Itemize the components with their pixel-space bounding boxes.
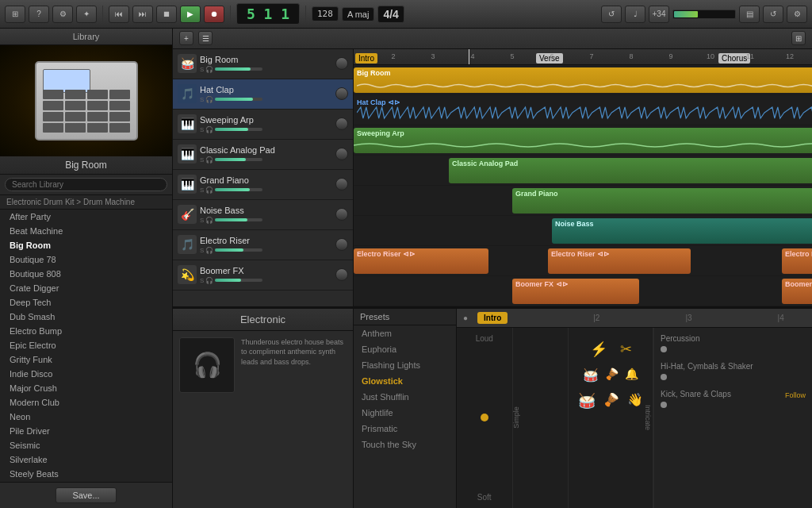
preset-flashinglights[interactable]: Flashing Lights <box>354 357 456 373</box>
arr-clip-sweepingarp-main[interactable]: Sweeping Arp <box>354 128 812 153</box>
metronome-btn[interactable]: ♩ <box>625 6 645 23</box>
plugin-btn[interactable]: ⚙ <box>787 6 807 23</box>
rewind-btn[interactable]: ⏮ <box>109 6 129 23</box>
arr-clip-electroriser-1[interactable]: Electro Riser ⊲⊳ <box>354 248 488 274</box>
arr-clip-electroriser-3[interactable]: Electro Riser ⊲⊳ <box>782 248 812 274</box>
track-row-noisebass[interactable]: 🎸 Noise Bass S 🎧 <box>173 200 353 230</box>
library-item[interactable]: Beat Machine <box>0 224 172 238</box>
library-item[interactable]: Dub Smash <box>0 310 172 324</box>
preset-glowstick[interactable]: Glowstick <box>354 373 456 389</box>
play-btn[interactable]: ▶ <box>180 6 201 23</box>
library-item[interactable]: Boutique 78 <box>0 252 172 267</box>
track-headphone-icon-8[interactable]: 🎧 <box>205 277 213 284</box>
track-knob-analogpad[interactable] <box>335 148 348 160</box>
preset-touchthesky[interactable]: Touch the Sky <box>354 437 456 452</box>
library-item[interactable]: Deep Tech <box>0 295 172 310</box>
undo-btn[interactable]: ↺ <box>763 6 783 23</box>
library-item[interactable]: Crate Digger <box>0 281 172 295</box>
arr-clip-noisebass-main[interactable]: Noise Bass <box>552 218 812 244</box>
toolbar-settings-btn[interactable]: ⚙ <box>52 6 73 23</box>
library-item-bigroom[interactable]: Big Room <box>0 238 172 252</box>
preset-euphoria[interactable]: Euphoria <box>354 341 456 357</box>
library-item[interactable]: Modern Club <box>0 395 172 410</box>
track-row-sweepingarp[interactable]: 🎹 Sweeping Arp S 🎧 <box>173 110 353 140</box>
track-row-electroriser[interactable]: 🎵 Electro Riser S 🎧 <box>173 230 353 260</box>
track-options-btn[interactable]: ☰ <box>198 31 213 45</box>
library-item[interactable]: After Party <box>0 210 172 224</box>
track-knob-boomerfx[interactable] <box>335 268 348 281</box>
beat-icon-lightning[interactable]: ⚡ <box>590 341 607 358</box>
library-item[interactable]: Pile Driver <box>0 424 172 438</box>
track-row-bigroom[interactable]: 🥁 Big Room S 🎧 <box>173 49 353 79</box>
track-fader-grandpiano[interactable] <box>215 188 262 191</box>
track-fader-sweepingarp[interactable] <box>215 128 262 131</box>
arr-clip-bigroom-main[interactable]: Big Room <box>354 67 812 93</box>
beat-icon-maraca[interactable]: 🪘 <box>605 368 619 383</box>
library-item[interactable]: Neon <box>0 410 172 424</box>
track-mute-icon-7[interactable]: S <box>200 247 204 254</box>
track-mute-icon-8[interactable]: S <box>200 277 204 284</box>
beat-icon-snare[interactable]: 🪘 <box>603 392 619 410</box>
save-button[interactable]: Save... <box>56 487 116 503</box>
bpm-display[interactable]: 128 <box>312 6 339 21</box>
track-fader-boomerfx[interactable] <box>215 279 262 282</box>
beat-icon-bell[interactable]: 🔔 <box>625 368 638 383</box>
toolbar-smartcontrols-btn[interactable]: ✦ <box>76 6 97 23</box>
arr-clip-grandpiano-main[interactable]: Grand Piano <box>512 188 812 214</box>
arr-clip-analogpad-main[interactable]: Classic Analog Pad <box>449 158 812 183</box>
search-input[interactable] <box>5 178 167 191</box>
count-btn[interactable]: +34 <box>649 6 669 23</box>
track-fader-noisebass[interactable] <box>215 218 262 221</box>
library-item[interactable]: Major Crush <box>0 381 172 395</box>
track-knob-electroriser[interactable] <box>335 238 348 251</box>
track-headphone-icon-7[interactable]: 🎧 <box>205 247 213 254</box>
library-item[interactable]: Boutique 808 <box>0 267 172 281</box>
beat-icon-kick[interactable]: 🥁 <box>578 392 596 410</box>
beat-icon-drum1[interactable]: 🥁 <box>583 368 599 383</box>
track-knob-noisebass[interactable] <box>335 208 348 221</box>
track-fader-bigroom[interactable] <box>215 67 262 71</box>
track-mute-icon-3[interactable]: S <box>200 126 204 133</box>
track-row-boomerfx[interactable]: 💫 Boomer FX S 🎧 <box>173 260 353 291</box>
track-headphone-icon-3[interactable]: 🎧 <box>205 126 213 133</box>
toolbar-lcd-btn[interactable]: ⊞ <box>5 6 25 23</box>
library-item[interactable]: Steely Beats <box>0 467 172 481</box>
track-mute-icon-6[interactable]: S <box>200 217 204 224</box>
arr-clip-boomerfx-1[interactable]: Boomer FX ⊲⊳ <box>512 279 639 304</box>
track-headphone-icon[interactable]: 🎧 <box>205 66 213 73</box>
record-btn[interactable]: ⏺ <box>204 6 224 23</box>
track-knob-bigroom[interactable] <box>335 57 348 70</box>
track-mute-icon[interactable]: S <box>200 66 204 73</box>
track-mute-icon-5[interactable]: S <box>200 187 204 194</box>
preset-justshufflin[interactable]: Just Shufflin <box>354 389 456 405</box>
track-row-grandpiano[interactable]: 🎹 Grand Piano S 🎧 <box>173 170 353 200</box>
track-row-analogpad[interactable]: 🎹 Classic Analog Pad S 🎧 <box>173 140 353 170</box>
track-fader-electroriser[interactable] <box>215 248 262 252</box>
track-view-btn[interactable]: ⊞ <box>791 31 806 45</box>
preset-nightlife[interactable]: Nightlife <box>354 405 456 421</box>
track-mute-icon-4[interactable]: S <box>200 156 204 164</box>
library-item[interactable]: Gritty Funk <box>0 352 172 367</box>
arr-clip-hatclap-main[interactable] <box>354 98 812 123</box>
track-headphone-icon-5[interactable]: 🎧 <box>205 187 213 194</box>
toolbar-help-btn[interactable]: ? <box>29 6 49 23</box>
preset-prismatic[interactable]: Prismatic <box>354 421 456 437</box>
fastforward-btn[interactable]: ⏭ <box>132 6 153 23</box>
track-knob-hatclap[interactable] <box>335 87 348 100</box>
track-mute-icon-2[interactable]: S <box>200 96 204 103</box>
library-item[interactable]: Epic Electro <box>0 338 172 352</box>
cycle-btn[interactable]: ↺ <box>601 6 622 23</box>
track-row-hatclap[interactable]: 🎵 Hat Clap S 🎧 <box>173 79 353 110</box>
library-item[interactable]: Seismic <box>0 438 172 452</box>
stop-btn[interactable]: ⏹ <box>156 6 177 23</box>
master-btn[interactable]: ▤ <box>739 6 760 23</box>
track-fader-analogpad[interactable] <box>215 158 262 161</box>
track-fader-hatclap[interactable] <box>215 98 262 101</box>
key-display[interactable]: A maj <box>342 7 375 21</box>
arr-clip-boomerfx-2[interactable]: Boomer FX ⊲⊳ <box>782 279 812 304</box>
beat-icon-scissors[interactable]: ✂ <box>620 341 632 358</box>
add-track-btn[interactable]: + <box>179 31 193 45</box>
track-knob-grandpiano[interactable] <box>335 178 348 190</box>
preset-anthem[interactable]: Anthem <box>354 325 456 341</box>
arr-clip-electroriser-2[interactable]: Electro Riser ⊲⊳ <box>548 248 691 274</box>
